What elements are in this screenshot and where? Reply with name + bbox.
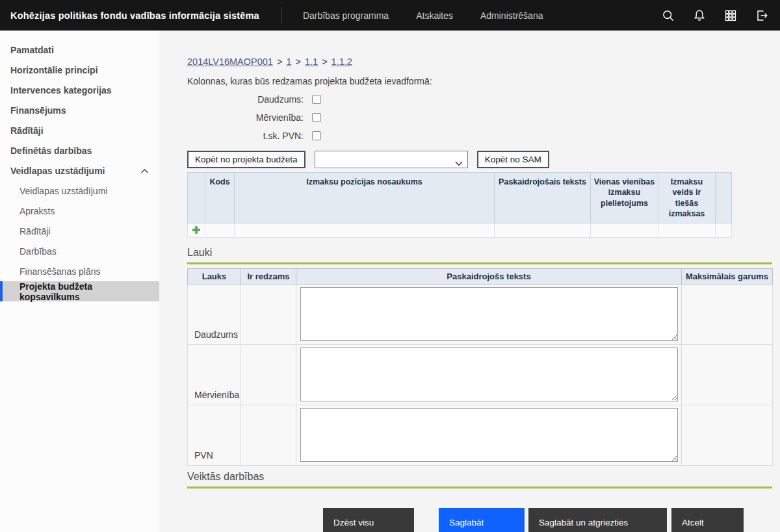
- bell-icon[interactable]: [692, 8, 706, 22]
- fields-col-ir-redzams: Ir redzams: [241, 269, 296, 285]
- add-row-plus-icon[interactable]: [192, 225, 200, 236]
- chevron-up-icon: [140, 166, 149, 176]
- field-maxlength-pvn: [682, 405, 773, 466]
- checkbox-row-pvn: t.sk. PVN:: [187, 127, 773, 145]
- column-checkboxes: Daudzums: Mērvienība: t.sk. PVN:: [187, 90, 773, 145]
- mervieniba-checkbox[interactable]: [312, 113, 321, 122]
- cost-col-kods: Kods: [205, 173, 235, 223]
- field-visible-mervieniba: [241, 345, 296, 405]
- checkbox-label-pvn: t.sk. PVN:: [187, 131, 304, 141]
- field-row-daudzums: Daudzums: [188, 285, 773, 345]
- cost-positions-table: Kods Izmaksu pozīcijas nosaukums Paskaid…: [187, 172, 732, 238]
- fields-section-title: Lauki: [187, 247, 773, 259]
- checkbox-label-daudzums: Daudzums:: [187, 94, 304, 105]
- sidebar-subitem-apraksts[interactable]: Apraksts: [0, 201, 159, 221]
- field-label-mervieniba: Mērvienība: [188, 345, 241, 405]
- checkbox-label-mervieniba: Mērvienība:: [187, 112, 304, 123]
- nav-atskaites[interactable]: Atskaites: [416, 10, 453, 21]
- fields-table-header-row: Lauks Ir redzams Paskaidrojošs teksts Ma…: [188, 269, 773, 285]
- app-header: Kohēzijas politikas fondu vadības inform…: [0, 0, 780, 31]
- sidebar-item-horizontalie-principi[interactable]: Horizontālie principi: [0, 60, 159, 80]
- sidebar-subitem-projekta-budzeta-kopsavilkums[interactable]: Projekta budžeta kopsavilkums: [0, 281, 159, 301]
- cost-table-header-row: Kods Izmaksu pozīcijas nosaukums Paskaid…: [188, 173, 732, 223]
- sam-select[interactable]: [315, 151, 468, 168]
- columns-visibility-label: Kolonnas, kuras būs redzamas projekta bu…: [187, 76, 773, 86]
- fields-col-maksimalais-garums: Maksimālais garums: [682, 269, 773, 285]
- sidebar: Pamatdati Horizontālie principi Interven…: [0, 31, 159, 532]
- breadcrumb-link-1-1-2[interactable]: 1.1.2: [332, 57, 352, 67]
- apps-grid-icon[interactable]: [723, 8, 737, 22]
- save-button[interactable]: Saglabāt: [439, 508, 525, 532]
- breadcrumb: 2014LV16MAOP001>1>1.1>1.1.2: [187, 57, 773, 67]
- cancel-button[interactable]: Atcelt: [671, 508, 744, 532]
- save-and-return-button[interactable]: Saglabāt un atgriezties: [528, 508, 667, 532]
- cost-col-paskaidrojosais-teksts: Paskaidrojošais teksts: [495, 173, 591, 223]
- sidebar-item-pamatdati[interactable]: Pamatdati: [0, 40, 159, 60]
- sam-select-wrap: [315, 151, 468, 168]
- field-maxlength-mervieniba: [682, 345, 773, 405]
- field-visible-pvn: [241, 405, 296, 466]
- footer-buttons: Dzēst visu Saglabāt Saglabāt un atgriezt…: [323, 508, 773, 532]
- field-row-mervieniba: Mērvienība: [188, 345, 773, 405]
- sidebar-item-finansejums[interactable]: Finansējums: [0, 100, 159, 120]
- field-label-pvn: PVN: [188, 405, 241, 466]
- sidebar-subitem-veidlapas-uzstadijumi[interactable]: Veidlapas uzstādījumi: [0, 181, 159, 201]
- cost-col-vienas-vienibas: Vienas vienības izmaksu pielietojums: [591, 173, 658, 223]
- header-nav: Darbības programma Atskaites Administrēš…: [303, 10, 543, 21]
- delete-all-button[interactable]: Dzēst visu: [323, 508, 414, 532]
- sidebar-item-raditaji[interactable]: Rādītāji: [0, 120, 159, 140]
- actions-section-rule: [187, 487, 772, 488]
- daudzums-description-textarea[interactable]: [300, 287, 678, 341]
- checkbox-row-mervieniba: Mērvienība:: [187, 108, 773, 127]
- breadcrumb-link-program[interactable]: 2014LV16MAOP001: [187, 57, 273, 67]
- add-row-cell: [188, 223, 205, 238]
- cost-col-extra: [716, 173, 732, 223]
- breadcrumb-link-1-1[interactable]: 1.1: [305, 57, 318, 67]
- logout-icon[interactable]: [755, 8, 768, 22]
- cost-col-nosaukums: Izmaksu pozīcijas nosaukums: [235, 173, 495, 223]
- breadcrumb-link-1[interactable]: 1: [286, 57, 291, 67]
- sidebar-subitem-darbibas[interactable]: Darbības: [0, 241, 159, 261]
- sidebar-item-intervences-kategorijas[interactable]: Intervences kategorijas: [0, 80, 159, 100]
- field-visible-daudzums: [241, 285, 296, 345]
- field-maxlength-daudzums: [682, 285, 773, 345]
- fields-section-rule: [187, 262, 772, 264]
- header-icons: [661, 8, 768, 22]
- daudzums-checkbox[interactable]: [312, 95, 321, 104]
- fields-table: Lauks Ir redzams Paskaidrojošs teksts Ma…: [187, 268, 773, 466]
- pvn-description-textarea[interactable]: [300, 408, 678, 462]
- fields-col-paskaidrojoss-teksts: Paskaidrojošs teksts: [296, 269, 682, 285]
- app-title: Kohēzijas politikas fondu vadības inform…: [10, 10, 259, 21]
- sidebar-item-definetas-darbibas[interactable]: Definētās darbības: [0, 140, 159, 160]
- pvn-checkbox[interactable]: [312, 131, 321, 140]
- cost-table-add-row: [188, 223, 732, 238]
- nav-administresana[interactable]: Administrēšana: [480, 10, 543, 21]
- cost-col-actions: [188, 173, 205, 223]
- header-divider: [281, 7, 282, 24]
- sidebar-subitem-finansesanas-plans[interactable]: Finansēšanas plāns: [0, 261, 159, 281]
- cost-col-izmaksu-veids: Izmaksu veids ir tiešās izmaksas: [658, 173, 716, 223]
- search-icon[interactable]: [661, 8, 675, 22]
- fields-col-lauks: Lauks: [188, 269, 241, 285]
- nav-darbibas-programma[interactable]: Darbības programma: [303, 10, 389, 21]
- sidebar-item-veidlapas-uzstadijumi[interactable]: Veidlapas uzstādījumi: [0, 160, 159, 181]
- field-row-pvn: PVN: [188, 405, 773, 466]
- field-label-daudzums: Daudzums: [188, 285, 241, 345]
- copy-from-project-budget-button[interactable]: Kopēt no projekta budžeta: [187, 151, 306, 168]
- mervieniba-description-textarea[interactable]: [300, 348, 678, 401]
- copy-from-sam-button[interactable]: Kopēt no SAM: [477, 151, 549, 168]
- sidebar-subitem-raditaji[interactable]: Rādītāji: [0, 221, 159, 241]
- copy-actions-row: Kopēt no projekta budžeta Kopēt no SAM: [187, 151, 773, 168]
- main-content: 2014LV16MAOP001>1>1.1>1.1.2 Kolonnas, ku…: [159, 31, 780, 532]
- actions-section-title: Veiktās darbības: [187, 471, 773, 483]
- checkbox-row-daudzums: Daudzums:: [187, 90, 773, 108]
